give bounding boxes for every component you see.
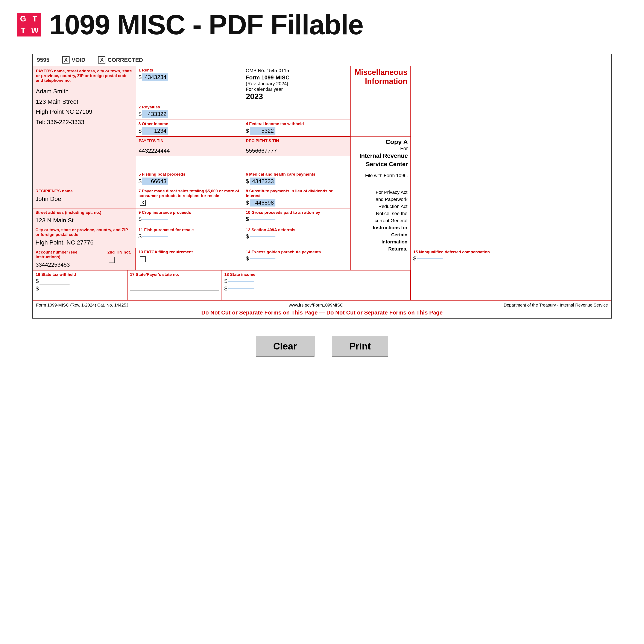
recipient-name-label: RECIPIENT'S name bbox=[35, 189, 133, 193]
box15-value[interactable] bbox=[417, 258, 443, 259]
box2-cell: 2 Royalties $ 433322 bbox=[136, 103, 243, 120]
box15-dollar-row: $ bbox=[413, 255, 609, 262]
box8-label: 8 Substitute payments in lieu of dividen… bbox=[246, 189, 348, 198]
box10-value[interactable] bbox=[250, 219, 275, 220]
box12-cell: 12 Section 409A deferrals $ bbox=[243, 226, 351, 248]
box18b-value[interactable] bbox=[228, 288, 254, 289]
account-tin-container: Account number (see instructions) 334422… bbox=[33, 248, 136, 270]
box11-value[interactable] bbox=[142, 236, 168, 237]
box17-cell: 17 State/Payer's state no. bbox=[127, 270, 222, 300]
box1-dollar: $ bbox=[138, 74, 141, 81]
box6-value[interactable]: 4342333 bbox=[250, 178, 275, 185]
print-button[interactable]: Print bbox=[332, 336, 388, 357]
box9-dollar: $ bbox=[138, 216, 141, 222]
box1-value[interactable]: 4343234 bbox=[142, 73, 168, 81]
corrected-checkbox[interactable]: X bbox=[98, 56, 105, 64]
box6-dollar: $ bbox=[246, 178, 249, 185]
box2-value[interactable]: 433322 bbox=[142, 110, 168, 118]
buttons-row: Clear Print bbox=[256, 336, 388, 357]
payer-tin-value[interactable]: 4432224444 bbox=[139, 147, 240, 154]
copy-a-cell: Copy A For Internal RevenueService Cente… bbox=[351, 137, 411, 170]
box17-value2[interactable] bbox=[130, 292, 219, 298]
box17-label: 17 State/Payer's state no. bbox=[130, 272, 219, 277]
box3-value[interactable]: 1234 bbox=[142, 127, 168, 135]
blank-state-cell bbox=[316, 270, 410, 300]
file-with-cell: File with Form 1096. bbox=[351, 170, 411, 187]
box6-dollar-row: $ 4342333 bbox=[246, 178, 348, 185]
box2-label: 2 Royalties bbox=[138, 105, 240, 109]
street-address-value[interactable]: 123 N Main St bbox=[35, 217, 133, 224]
recipient-tin-label: RECIPIENT'S TIN bbox=[246, 138, 348, 143]
logo-g: G bbox=[17, 13, 29, 25]
box2-dollar: $ bbox=[138, 111, 141, 117]
payer-tin-cell: PAYER'S TIN 4432224444 bbox=[136, 137, 243, 156]
footer-info-row: Form 1099-MISC (Rev. 1-2024) Cat. No. 14… bbox=[36, 303, 608, 308]
payer-tin-label: PAYER'S TIN bbox=[139, 138, 240, 143]
payer-label: PAYER'S name, street address, city or to… bbox=[36, 69, 133, 83]
account-number-value[interactable]: 33442253453 bbox=[36, 261, 102, 268]
box17-value[interactable] bbox=[130, 278, 219, 291]
box14-cell: 14 Excess golden parachute payments $ bbox=[243, 248, 351, 270]
account-number-label: Account number (see instructions) bbox=[36, 250, 102, 259]
footer-right: Department of the Treasury - Internal Re… bbox=[504, 303, 608, 308]
box9-cell: 9 Crop insurance proceeds $ bbox=[136, 208, 243, 226]
box16a-dollar-row: $ bbox=[36, 278, 125, 284]
box4-value[interactable]: 5322 bbox=[250, 127, 275, 135]
logo-t: T bbox=[29, 13, 41, 25]
street-address-cell: Street address (including apt. no.) 123 … bbox=[33, 208, 136, 226]
box4-cell: 4 Federal income tax withheld $ 5322 bbox=[243, 120, 351, 137]
logo: G T T W bbox=[17, 13, 41, 36]
box6-cell: 6 Medical and health care payments $ 434… bbox=[243, 170, 351, 187]
box13-checkbox[interactable] bbox=[140, 256, 146, 262]
box16b-dollar-row: $ bbox=[36, 285, 125, 292]
box3-label: 3 Other income bbox=[138, 122, 240, 126]
clear-button[interactable]: Clear bbox=[256, 336, 314, 357]
box16a-value[interactable] bbox=[39, 278, 70, 284]
box5-value[interactable]: 66643 bbox=[142, 178, 168, 185]
box18a-value[interactable] bbox=[228, 281, 254, 282]
omb-number: OMB No. 1545-0115 bbox=[246, 68, 348, 73]
box9-value[interactable] bbox=[142, 219, 168, 220]
state-row-container: 16 State tax withheld $ $ bbox=[33, 270, 411, 300]
box8-value[interactable]: 446898 bbox=[250, 199, 275, 207]
box5-dollar-row: $ 66643 bbox=[138, 178, 240, 185]
header: G T T W 1099 MISC - PDF Fillable bbox=[0, 0, 644, 45]
copy-for-label: For bbox=[353, 146, 408, 152]
logo-t2: T bbox=[17, 25, 29, 36]
for-calendar-blank bbox=[243, 103, 351, 120]
box11-cell: 11 Fish purchased for resale $ bbox=[136, 226, 243, 248]
payer-value[interactable]: Adam Smith 123 Main Street High Point NC… bbox=[36, 86, 133, 127]
recipient-name-value[interactable]: John Doe bbox=[35, 196, 133, 202]
box7-cell: 7 Payer made direct sales totaling $5,00… bbox=[136, 187, 243, 208]
box6-label: 6 Medical and health care payments bbox=[246, 172, 348, 177]
box2-dollar-row: $ 433322 bbox=[138, 110, 240, 118]
box1-label: 1 Rents bbox=[138, 68, 240, 73]
box16-label: 16 State tax withheld bbox=[36, 272, 125, 277]
void-checkbox[interactable]: X bbox=[62, 56, 70, 64]
box9-label: 9 Crop insurance proceeds bbox=[138, 210, 240, 215]
omb-year: 2023 bbox=[246, 92, 348, 101]
box14-value[interactable] bbox=[250, 258, 275, 259]
box1-cell: 1 Rents $ 4343234 bbox=[136, 66, 243, 103]
footer-left: Form 1099-MISC (Rev. 1-2024) Cat. No. 14… bbox=[36, 303, 128, 308]
box12-value[interactable] bbox=[250, 236, 275, 237]
footer-warning: Do Not Cut or Separate Forms on This Pag… bbox=[36, 309, 608, 316]
box4-dollar-row: $ 5322 bbox=[246, 127, 348, 135]
box3-cell: 3 Other income $ 1234 bbox=[136, 120, 243, 137]
box13-cell: 13 FATCA filing requirement bbox=[136, 248, 243, 270]
account-number-cell: Account number (see instructions) 334422… bbox=[33, 248, 105, 270]
box10-cell: 10 Gross proceeds paid to an attorney $ bbox=[243, 208, 351, 226]
city-state-value[interactable]: High Point, NC 27776 bbox=[35, 239, 133, 246]
box16-cell: 16 State tax withheld $ $ bbox=[33, 270, 128, 300]
box16b-value[interactable] bbox=[39, 286, 70, 292]
omb-form: Form 1099-MISC bbox=[246, 74, 348, 81]
second-tin-checkbox[interactable] bbox=[109, 257, 115, 263]
box15-label: 15 Nonqualified deferred compensation bbox=[413, 250, 609, 254]
box15-cell: 15 Nonqualified deferred compensation $ bbox=[411, 248, 611, 270]
box7-checkbox[interactable]: X bbox=[140, 200, 146, 206]
box8-cell: 8 Substitute payments in lieu of dividen… bbox=[243, 187, 351, 208]
void-group: X VOID bbox=[62, 56, 85, 64]
second-tin-label: 2nd TIN not. bbox=[108, 250, 133, 255]
box14-dollar-row: $ bbox=[246, 255, 348, 262]
recipient-tin-value[interactable]: 5556667777 bbox=[246, 147, 348, 154]
